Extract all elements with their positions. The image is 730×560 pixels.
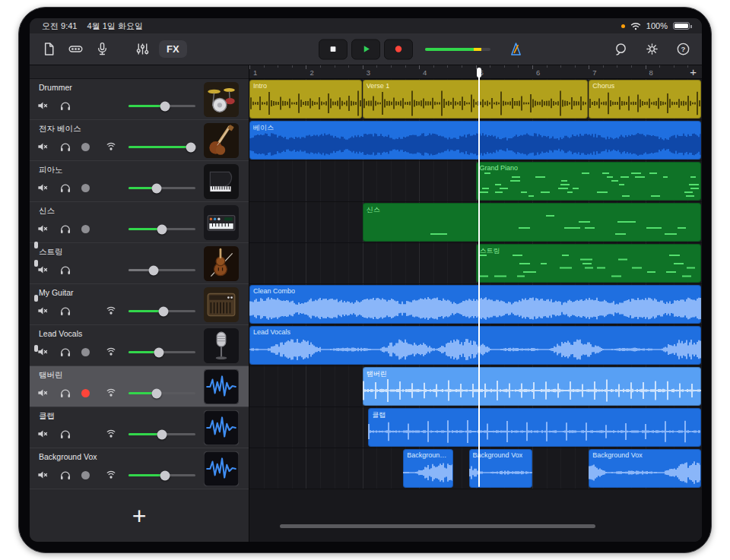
input-monitor-button[interactable] bbox=[103, 302, 119, 319]
region-audio[interactable]: Background Vox bbox=[589, 449, 701, 488]
instrument-icon-drums[interactable] bbox=[204, 82, 239, 117]
volume-knob[interactable] bbox=[151, 388, 161, 398]
instrument-icon-strings[interactable] bbox=[204, 246, 239, 281]
volume-slider[interactable] bbox=[129, 310, 195, 312]
document-button[interactable] bbox=[39, 40, 59, 59]
playhead[interactable] bbox=[478, 68, 480, 487]
output-level-slider[interactable] bbox=[425, 48, 490, 51]
mute-button[interactable] bbox=[34, 302, 51, 319]
track-lane[interactable]: 클랩 bbox=[249, 407, 702, 448]
region-audio[interactable]: Clean Combo bbox=[249, 285, 701, 324]
headphones-button[interactable] bbox=[57, 179, 74, 196]
add-bars-button[interactable]: + bbox=[690, 65, 697, 79]
track-header[interactable]: Lead Vocals bbox=[30, 325, 249, 366]
volume-slider[interactable] bbox=[129, 433, 195, 435]
volume-knob[interactable] bbox=[151, 183, 161, 193]
input-monitor-button[interactable] bbox=[103, 426, 119, 442]
volume-slider[interactable] bbox=[129, 392, 195, 394]
volume-slider[interactable] bbox=[129, 474, 195, 476]
help-button[interactable]: ? bbox=[673, 40, 693, 59]
volume-slider[interactable] bbox=[129, 228, 195, 230]
mute-button[interactable] bbox=[34, 220, 51, 237]
input-monitor-button[interactable] bbox=[103, 138, 119, 155]
volume-knob[interactable] bbox=[160, 470, 170, 480]
fx-button[interactable]: FX bbox=[159, 40, 187, 58]
headphones-button[interactable] bbox=[57, 138, 74, 155]
track-header[interactable]: 피아노 bbox=[30, 161, 249, 202]
volume-slider[interactable] bbox=[129, 146, 195, 148]
volume-slider[interactable] bbox=[129, 269, 195, 271]
headphones-button[interactable] bbox=[57, 97, 74, 114]
mute-button[interactable] bbox=[34, 97, 51, 114]
volume-knob[interactable] bbox=[158, 306, 168, 316]
headphones-button[interactable] bbox=[57, 261, 74, 278]
playhead-handle[interactable] bbox=[477, 68, 481, 78]
region-audio[interactable]: Background Vox bbox=[403, 449, 453, 488]
headphones-button[interactable] bbox=[57, 302, 74, 319]
region-audio[interactable]: 탬버린 bbox=[363, 367, 701, 406]
volume-knob[interactable] bbox=[160, 101, 170, 111]
track-header[interactable]: My Guitar bbox=[30, 284, 249, 325]
track-lane[interactable]: Intro Verse 1 Chorus bbox=[249, 79, 702, 120]
volume-knob[interactable] bbox=[154, 347, 163, 357]
volume-knob[interactable] bbox=[149, 265, 159, 275]
volume-slider[interactable] bbox=[129, 351, 195, 353]
headphones-button[interactable] bbox=[57, 220, 74, 237]
loop-browser-button[interactable] bbox=[611, 40, 630, 59]
instrument-icon-wave[interactable] bbox=[204, 369, 239, 404]
instrument-icon-synth[interactable] bbox=[204, 205, 239, 240]
track-lane[interactable]: Lead Vocals bbox=[249, 325, 702, 366]
track-header[interactable]: 클랩 bbox=[30, 407, 249, 448]
add-track-button[interactable]: + bbox=[30, 503, 249, 529]
volume-knob[interactable] bbox=[157, 224, 167, 234]
timeline[interactable]: 12345678 + Intro Verse 1 Chorus 베이스 Gran… bbox=[249, 65, 702, 542]
input-monitor-button[interactable] bbox=[103, 384, 119, 401]
track-header[interactable]: 탬버린 bbox=[30, 366, 249, 407]
view-switcher-button[interactable] bbox=[65, 40, 85, 59]
ruler[interactable]: 12345678 + bbox=[249, 65, 702, 79]
track-lane[interactable]: Grand Piano bbox=[249, 161, 702, 202]
stop-button[interactable] bbox=[319, 39, 348, 59]
volume-knob[interactable] bbox=[157, 429, 167, 439]
metronome-button[interactable] bbox=[506, 40, 525, 59]
region-drums[interactable]: Chorus bbox=[589, 80, 701, 119]
region-drums[interactable]: Verse 1 bbox=[363, 80, 589, 119]
track-lane[interactable]: Clean Combo bbox=[249, 284, 702, 325]
instrument-icon-amp[interactable] bbox=[204, 287, 239, 322]
track-lane[interactable]: 신스 bbox=[249, 202, 702, 243]
volume-knob[interactable] bbox=[186, 142, 195, 152]
region-audio[interactable]: Lead Vocals bbox=[249, 326, 701, 365]
headphones-button[interactable] bbox=[57, 343, 74, 360]
play-button[interactable] bbox=[351, 39, 380, 59]
record-enable-dot[interactable] bbox=[81, 471, 90, 479]
track-header[interactable]: 신스 bbox=[30, 202, 249, 243]
mixer-button[interactable] bbox=[132, 40, 152, 59]
mute-button[interactable] bbox=[34, 179, 51, 196]
track-lane[interactable]: 탬버린 bbox=[249, 366, 702, 407]
instrument-icon-bass[interactable] bbox=[204, 123, 239, 158]
record-enable-dot[interactable] bbox=[81, 348, 90, 356]
region-audio[interactable]: 클랩 bbox=[368, 408, 701, 447]
settings-dial-button[interactable] bbox=[642, 40, 662, 59]
track-lane[interactable]: Background Vox Background Vox Background… bbox=[249, 448, 702, 489]
track-lane[interactable]: 스트링 bbox=[249, 243, 702, 284]
instrument-icon-piano[interactable] bbox=[204, 164, 239, 199]
headphones-button[interactable] bbox=[57, 426, 74, 442]
record-button[interactable] bbox=[384, 39, 413, 59]
volume-slider[interactable] bbox=[129, 187, 195, 189]
input-monitor-button[interactable] bbox=[103, 467, 119, 483]
mute-button[interactable] bbox=[34, 138, 51, 155]
track-header[interactable]: 스트링 bbox=[30, 243, 249, 284]
instrument-icon-mic[interactable] bbox=[204, 328, 239, 363]
instrument-icon-wave[interactable] bbox=[204, 410, 239, 445]
mute-button[interactable] bbox=[34, 467, 51, 483]
region-midi[interactable]: 스트링 bbox=[476, 244, 702, 283]
record-enable-dot[interactable] bbox=[81, 143, 90, 151]
region-midi[interactable]: 신스 bbox=[363, 203, 701, 242]
mute-button[interactable] bbox=[34, 384, 51, 401]
mic-button[interactable] bbox=[92, 40, 112, 59]
track-lane[interactable]: 베이스 bbox=[249, 120, 702, 161]
region-drums[interactable]: Intro bbox=[249, 80, 362, 119]
headphones-button[interactable] bbox=[57, 384, 74, 401]
region-audio[interactable]: 베이스 bbox=[249, 121, 701, 160]
